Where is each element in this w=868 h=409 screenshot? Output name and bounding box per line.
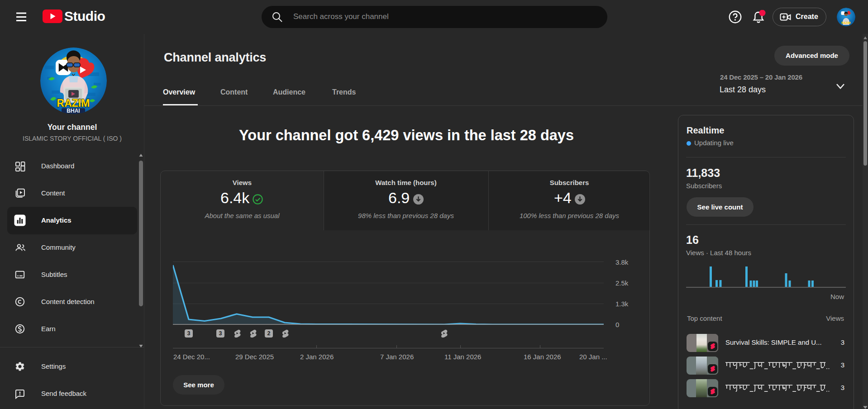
svg-text:BHAI: BHAI [67,108,80,114]
svg-text:RAZIM: RAZIM [841,21,851,24]
